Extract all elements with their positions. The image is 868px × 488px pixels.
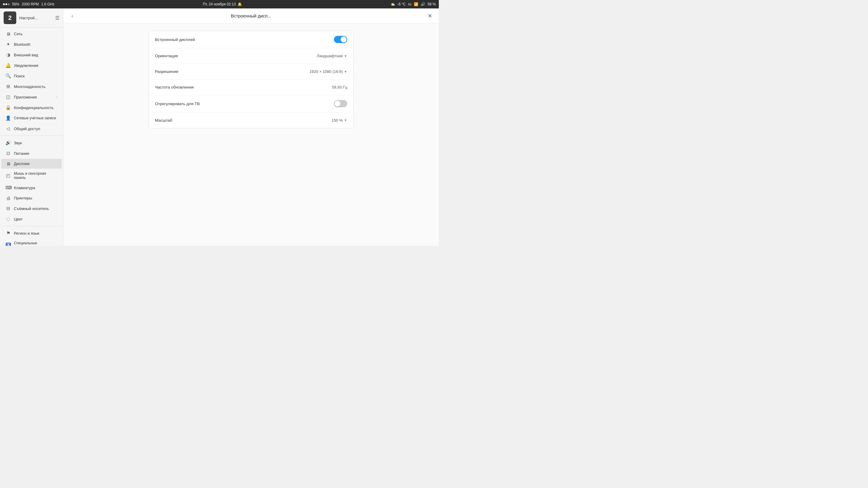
tv-adjust-toggle[interactable] — [334, 100, 347, 107]
sidebar-item-label: Специальные возможности — [14, 241, 58, 246]
sidebar-app-title: Настрой... — [19, 16, 52, 20]
sidebar-item-label: Многозадачность — [14, 84, 45, 89]
settings-panel: Встроенный дисплей Ориентация Ландшафтна… — [63, 24, 439, 246]
sharing-icon: ◁ — [5, 126, 11, 131]
row-resolution: Разрешение 1920 × 1080 (16:9) ▼ — [149, 64, 353, 79]
color-icon: ◌ — [5, 216, 11, 222]
network-icon: 🖥 — [5, 31, 11, 36]
sidebar-item-color[interactable]: ◌ Цвет — [1, 214, 62, 224]
taskbar-right: ⛅ -6 °C ru 📶 🔊 58 % — [391, 2, 436, 6]
resolution-dropdown[interactable]: 1920 × 1080 (16:9) ▼ — [310, 69, 347, 74]
region-icon: ⚑ — [5, 230, 11, 236]
sidebar-item-network[interactable]: 🖥 Сеть — [1, 29, 62, 39]
sidebar-items: 🖥 Сеть ✦ Bluetooth ◑ Внешний вид 🔔 Уведо… — [0, 27, 63, 246]
sidebar-item-mouse[interactable]: ◰ Мышь и сенсорная панель — [1, 169, 62, 182]
volume-icon: 🔊 — [421, 2, 425, 6]
sidebar-item-label: Уведомления — [14, 63, 38, 68]
sidebar-item-apps[interactable]: ◫ Приложения › — [1, 92, 62, 102]
sidebar-item-region[interactable]: ⚑ Регион и язык — [1, 228, 62, 238]
resolution-arrow-icon: ▼ — [344, 70, 347, 73]
language-label: ru — [408, 2, 411, 6]
sidebar-item-label: Конфиденциальность — [14, 105, 54, 110]
sidebar-item-label: Сеть — [14, 32, 23, 36]
sidebar-item-keyboard[interactable]: ⌨ Клавиатура — [1, 183, 62, 193]
sidebar-item-privacy[interactable]: 🔒 Конфиденциальность — [1, 102, 62, 113]
sidebar-item-label: Приложения — [14, 95, 37, 99]
sidebar-item-appearance[interactable]: ◑ Внешний вид — [1, 50, 62, 60]
back-button[interactable]: ‹ — [68, 12, 76, 20]
sidebar-item-power[interactable]: ⊡ Питание — [1, 148, 62, 158]
resolution-label: Разрешение — [155, 69, 179, 74]
sidebar-item-search[interactable]: 🔍 Поиск — [1, 71, 62, 81]
app-window: 2 Настрой... ☰ 🖥 Сеть ✦ Bluetooth ◑ Внеш… — [0, 8, 439, 246]
keyboard-icon: ⌨ — [5, 185, 11, 190]
menu-icon[interactable]: ☰ — [55, 15, 59, 21]
sidebar-item-printers[interactable]: 🖨 Принтеры — [1, 193, 62, 203]
scale-arrow-icon: ▼ — [344, 119, 347, 122]
window-controls[interactable] — [3, 3, 10, 5]
taskbar: 56% 2000 RPM 1.6 GHz Пт, 24 ноября 02:13… — [0, 0, 439, 8]
displays-icon: 🖥 — [5, 161, 11, 166]
divider-1 — [0, 135, 63, 136]
refresh-rate-value: 59,93 Гц — [332, 85, 347, 90]
sidebar-item-label: Сетевые учётные записи — [14, 116, 56, 120]
tv-adjust-label: Отрегулировать для ТВ — [155, 101, 200, 106]
orientation-value: Ландшафтная — [317, 54, 343, 58]
accounts-icon: 👤 — [5, 116, 11, 121]
orientation-dropdown[interactable]: Ландшафтная ▼ — [317, 54, 347, 58]
apps-arrow-icon: › — [56, 95, 58, 99]
weather-icon: ⛅ — [391, 2, 395, 6]
battery-percent: 56% — [12, 2, 19, 6]
taskbar-center: Пт, 24 ноября 02:13 🔔 — [203, 2, 242, 6]
privacy-icon: 🔒 — [5, 105, 11, 110]
rpm-label: 2000 RPM — [22, 2, 39, 6]
topbar-title: Встроенный дисп... — [80, 13, 422, 19]
row-builtin-display: Встроенный дисплей — [149, 31, 353, 48]
sidebar-item-label: Внешний вид — [14, 53, 38, 57]
scale-value: 150 % — [332, 118, 343, 123]
sidebar-item-removable[interactable]: ⊟ Съёмный носитель — [1, 203, 62, 214]
sidebar-item-label: Цвет — [14, 217, 23, 221]
sound-icon: 🔊 — [5, 140, 11, 145]
app-icon: 2 — [4, 11, 16, 24]
notifications-icon: 🔔 — [5, 63, 11, 68]
sidebar-item-label: Принтеры — [14, 196, 32, 200]
sidebar-item-label: Клавиатура — [14, 186, 35, 190]
sidebar-item-displays[interactable]: 🖥 Дисплеи — [1, 159, 62, 169]
bell-icon: 🔔 — [238, 2, 242, 6]
sidebar-item-label: Питание — [14, 151, 29, 156]
sidebar-item-label: Регион и язык — [14, 231, 39, 235]
sidebar: 2 Настрой... ☰ 🖥 Сеть ✦ Bluetooth ◑ Внеш… — [0, 8, 63, 246]
sidebar-item-sharing[interactable]: ◁ Общий доступ — [1, 124, 62, 134]
search-icon: 🔍 — [5, 73, 11, 78]
sidebar-item-accessibility[interactable]: ♿ Специальные возможности — [1, 238, 62, 246]
close-button[interactable]: ✕ — [426, 12, 434, 20]
resolution-value: 1920 × 1080 (16:9) — [310, 69, 343, 74]
sidebar-item-bluetooth[interactable]: ✦ Bluetooth — [1, 39, 62, 50]
bluetooth-icon: ✦ — [5, 41, 11, 47]
sidebar-item-multitask[interactable]: ⊞ Многозадачность — [1, 82, 62, 92]
accessibility-icon: ♿ — [5, 242, 11, 246]
sidebar-header: 2 Настрой... ☰ — [0, 8, 63, 27]
wifi-icon: 📶 — [414, 2, 418, 6]
sidebar-item-label: Bluetooth — [14, 42, 30, 47]
temperature-label: -6 °C — [398, 2, 406, 6]
topbar: ‹ Встроенный дисп... ✕ — [63, 8, 439, 24]
scale-label: Масштаб — [155, 118, 173, 123]
power-icon: ⊡ — [5, 151, 11, 156]
toggle-thumb — [341, 36, 347, 42]
sidebar-item-label: Поиск — [14, 74, 25, 78]
removable-icon: ⊟ — [5, 206, 11, 211]
printers-icon: 🖨 — [5, 195, 11, 201]
sidebar-item-label: Съёмный носитель — [14, 206, 49, 211]
datetime-label: Пт, 24 ноября 02:13 — [203, 2, 236, 6]
builtin-display-toggle[interactable] — [334, 36, 347, 43]
appearance-icon: ◑ — [5, 52, 11, 58]
sidebar-item-sound[interactable]: 🔊 Звук — [1, 138, 62, 148]
sidebar-item-label: Общий доступ — [14, 127, 40, 131]
scale-dropdown[interactable]: 150 % ▼ — [332, 118, 347, 123]
mouse-icon: ◰ — [5, 173, 11, 178]
sidebar-item-notifications[interactable]: 🔔 Уведомления — [1, 60, 62, 70]
orientation-arrow-icon: ▼ — [344, 54, 347, 58]
sidebar-item-accounts[interactable]: 👤 Сетевые учётные записи — [1, 113, 62, 123]
